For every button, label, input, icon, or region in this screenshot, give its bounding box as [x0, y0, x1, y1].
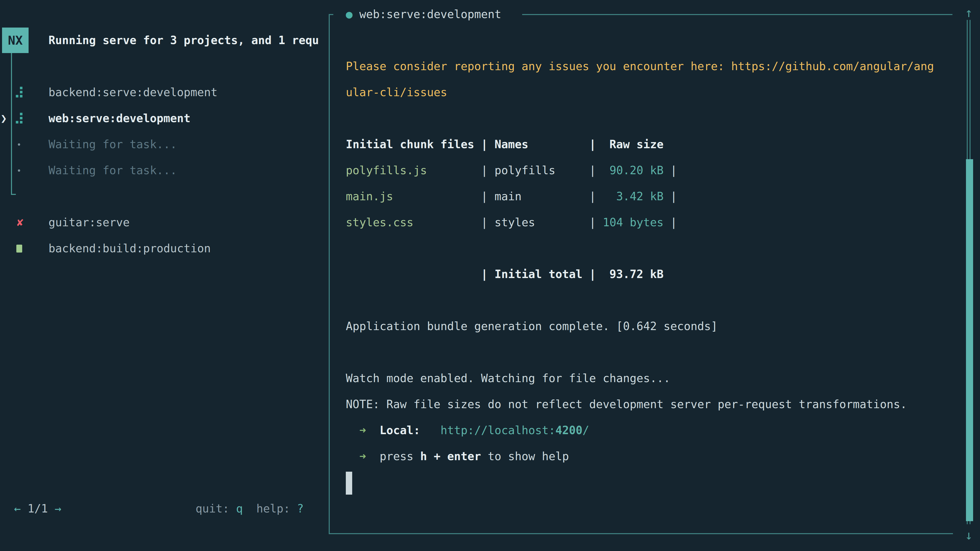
terminal-text: | styles |: [414, 216, 596, 229]
page-title: Running serve for 3 projects, and 1 requ: [48, 27, 325, 53]
terminal-line-12: Application bundle generation complete. …: [346, 313, 943, 339]
terminal-line-6: polyfills.js | polyfills | 90.20 kB |: [346, 157, 943, 183]
terminal-text: 90.20 kB: [596, 164, 663, 177]
selected-task-chevron-icon: ❯: [0, 112, 7, 124]
terminal-line-1: [346, 27, 943, 53]
terminal-text: ➜: [360, 450, 366, 463]
task-tree-line-foot: [11, 194, 16, 195]
sidebar-task-backend-build-production[interactable]: backend:build:production: [0, 235, 324, 262]
sidebar-task-waiting-for-task-[interactable]: Waiting for task...: [0, 131, 324, 157]
github-issues-link[interactable]: https://github.com/angular/ang: [731, 60, 934, 73]
terminal-line-14: Watch mode enabled. Watching for file ch…: [346, 365, 943, 391]
terminal-line-3: ular-cli/issues: [346, 79, 943, 105]
sidebar-task-guitar-serve[interactable]: ✘guitar:serve: [0, 210, 324, 235]
terminal-text: web:serve:development: [360, 8, 501, 21]
terminal-text: [366, 424, 380, 437]
terminal-text: h + enter: [420, 450, 481, 463]
quit-hint-label: quit:: [196, 502, 236, 515]
nx-logo: NX: [2, 27, 29, 53]
terminal-line-15: NOTE: Raw file sizes do not reflect deve…: [346, 391, 943, 417]
terminal-text: main.js: [346, 190, 393, 203]
help-key: ?: [297, 502, 304, 515]
terminal-text: 3.42 kB: [596, 190, 663, 203]
terminal-text: ➜: [360, 424, 366, 437]
scroll-down-icon[interactable]: ↓: [961, 525, 977, 545]
panel-bottom-border: [329, 533, 953, 534]
sidebar-footer: ← 1/1 → quit: q help: ?: [14, 495, 304, 521]
terminal-text: | polyfills |: [427, 164, 596, 177]
terminal-text: [346, 424, 360, 437]
terminal-text: | Initial total | 93.72 kB: [346, 268, 663, 281]
terminal-text: Application bundle generation complete. …: [346, 320, 718, 333]
terminal-text: |: [663, 190, 677, 203]
pager-next-arrow-icon[interactable]: →: [55, 502, 62, 515]
terminal-text: NOTE: Raw file sizes do not reflect deve…: [346, 398, 907, 411]
sidebar-task-waiting-for-task-[interactable]: Waiting for task...: [0, 157, 324, 183]
terminal-text: to show help: [481, 450, 569, 463]
localhost-link[interactable]: 4200: [555, 424, 582, 437]
terminal-text: Watch mode enabled. Watching for file ch…: [346, 372, 670, 385]
task-status-spinner-icon: [16, 112, 24, 124]
terminal-line-9: [346, 235, 943, 261]
terminal-text: | main |: [393, 190, 596, 203]
task-status-dot-icon: [16, 138, 24, 151]
localhost-link[interactable]: http://localhost:: [441, 424, 555, 437]
terminal-text: [420, 424, 440, 437]
task-label: Waiting for task...: [48, 138, 177, 151]
pager-prev-arrow-icon[interactable]: ←: [14, 502, 21, 515]
terminal-line-16: ➜ Local: http://localhost:4200/: [346, 417, 943, 443]
localhost-link[interactable]: /: [582, 424, 589, 437]
terminal-line-10: | Initial total | 93.72 kB: [346, 261, 943, 287]
terminal-line-2: Please consider reporting any issues you…: [346, 53, 943, 79]
terminal-text: Local:: [380, 424, 420, 437]
terminal-line-8: styles.css | styles | 104 bytes |: [346, 210, 943, 235]
keyboard-hints: quit: q help: ?: [196, 502, 304, 515]
terminal-text: styles.css: [346, 216, 414, 229]
help-hint-label: help:: [243, 502, 297, 515]
task-label: guitar:serve: [48, 216, 130, 229]
task-label: backend:build:production: [48, 242, 211, 255]
terminal-text: ●: [346, 8, 360, 21]
task-status-cross-icon: ✘: [16, 216, 24, 229]
terminal-text: press: [380, 450, 420, 463]
task-status-square-icon: [16, 242, 24, 254]
terminal-output: ● web:serve:developmentPlease consider r…: [346, 1, 943, 495]
sidebar-task-backend-serve-development[interactable]: backend:serve:development: [0, 79, 324, 105]
task-label: Waiting for task...: [48, 164, 177, 177]
task-label: backend:serve:development: [48, 86, 218, 99]
terminal-text: polyfills.js: [346, 164, 427, 177]
terminal-text: Please consider reporting any issues you…: [346, 60, 731, 73]
terminal-line-5: Initial chunk files | Names | Raw size: [346, 131, 943, 157]
terminal-line-0: ● web:serve:development: [346, 1, 943, 27]
terminal-text: [346, 450, 360, 463]
pager-page-number: 1/1: [27, 502, 48, 515]
terminal-text: |: [663, 216, 677, 229]
nx-terminal-ui: NX Running serve for 3 projects, and 1 r…: [0, 0, 980, 551]
terminal-text: 104 bytes: [596, 216, 663, 229]
task-status-dot-icon: [16, 164, 24, 176]
pager-page-indicator: [21, 502, 28, 515]
panel-top-border-stub: [329, 14, 333, 15]
terminal-line-4: [346, 105, 943, 131]
terminal-line-7: main.js | main | 3.42 kB |: [346, 183, 943, 210]
task-label: web:serve:development: [48, 112, 190, 125]
terminal-line-11: [346, 287, 943, 313]
sidebar-task-web-serve-development[interactable]: ❯web:serve:development: [0, 105, 324, 131]
terminal-text: [366, 450, 380, 463]
terminal-text: |: [663, 164, 677, 177]
quit-key: q: [236, 502, 243, 515]
panel-left-border: [329, 14, 330, 534]
pager: ← 1/1 →: [14, 502, 61, 515]
task-status-spinner-icon: [16, 86, 24, 98]
terminal-line-17: ➜ press h + enter to show help: [346, 443, 943, 469]
terminal-line-18: [346, 469, 943, 495]
terminal-line-13: [346, 339, 943, 365]
terminal-cursor: [346, 472, 352, 495]
finished-task-list: ✘guitar:servebackend:build:production: [0, 210, 324, 262]
github-issues-link[interactable]: ular-cli/issues: [346, 86, 447, 99]
running-task-list: backend:serve:development❯web:serve:deve…: [0, 79, 324, 183]
scrollbar-thumb[interactable]: [966, 159, 973, 521]
terminal-text: Initial chunk files | Names | Raw size: [346, 138, 663, 151]
